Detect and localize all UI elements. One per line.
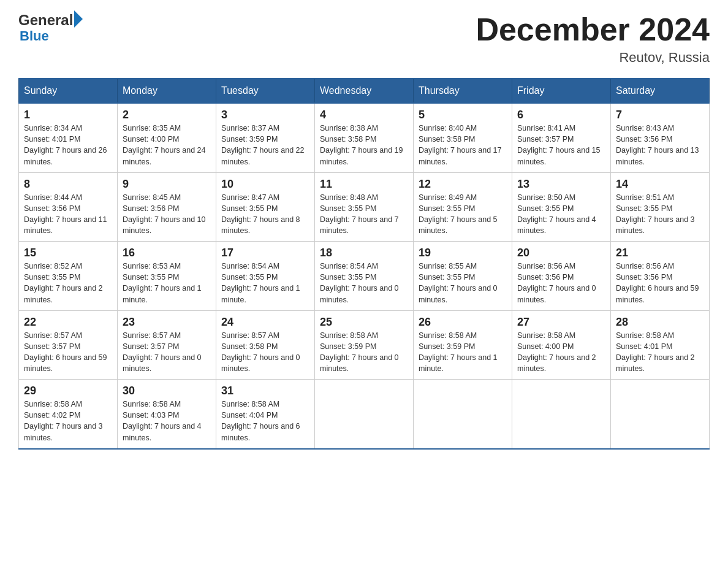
calendar-cell: 25Sunrise: 8:58 AMSunset: 3:59 PMDayligh… [315, 310, 414, 380]
calendar-cell: 10Sunrise: 8:47 AMSunset: 3:55 PMDayligh… [216, 172, 315, 242]
column-header-thursday: Thursday [414, 79, 512, 103]
calendar-cell: 21Sunrise: 8:56 AMSunset: 3:56 PMDayligh… [611, 242, 710, 311]
day-number: 19 [419, 247, 507, 259]
day-info: Sunrise: 8:37 AMSunset: 3:59 PMDaylight:… [221, 124, 305, 166]
calendar-week-row: 1Sunrise: 8:34 AMSunset: 4:01 PMDaylight… [19, 103, 710, 172]
column-header-sunday: Sunday [19, 79, 118, 103]
day-info: Sunrise: 8:38 AMSunset: 3:58 PMDaylight:… [320, 124, 403, 166]
day-number: 22 [24, 316, 112, 329]
day-number: 8 [24, 178, 112, 191]
day-info: Sunrise: 8:35 AMSunset: 4:00 PMDaylight:… [123, 124, 206, 166]
day-info: Sunrise: 8:47 AMSunset: 3:55 PMDaylight:… [221, 193, 300, 235]
day-info: Sunrise: 8:51 AMSunset: 3:55 PMDaylight:… [616, 193, 695, 235]
logo: General Blue [18, 12, 83, 44]
day-info: Sunrise: 8:58 AMSunset: 4:04 PMDaylight:… [221, 400, 300, 442]
day-number: 25 [320, 316, 408, 329]
day-info: Sunrise: 8:58 AMSunset: 4:00 PMDaylight:… [517, 331, 596, 373]
calendar-cell: 4Sunrise: 8:38 AMSunset: 3:58 PMDaylight… [315, 103, 414, 172]
day-info: Sunrise: 8:54 AMSunset: 3:55 PMDaylight:… [320, 262, 399, 304]
calendar-header-row: SundayMondayTuesdayWednesdayThursdayFrid… [19, 79, 710, 103]
day-info: Sunrise: 8:58 AMSunset: 4:02 PMDaylight:… [24, 400, 103, 442]
day-number: 3 [221, 109, 309, 121]
calendar-cell: 7Sunrise: 8:43 AMSunset: 3:56 PMDaylight… [611, 103, 710, 172]
calendar-cell [512, 380, 611, 449]
calendar-cell: 17Sunrise: 8:54 AMSunset: 3:55 PMDayligh… [216, 242, 315, 311]
day-number: 30 [123, 385, 211, 397]
day-number: 9 [123, 178, 211, 191]
day-info: Sunrise: 8:58 AMSunset: 3:59 PMDaylight:… [419, 331, 498, 373]
calendar-cell: 18Sunrise: 8:54 AMSunset: 3:55 PMDayligh… [315, 242, 414, 311]
day-number: 21 [616, 247, 704, 259]
calendar-cell: 29Sunrise: 8:58 AMSunset: 4:02 PMDayligh… [19, 380, 118, 449]
calendar-cell: 28Sunrise: 8:58 AMSunset: 4:01 PMDayligh… [611, 310, 710, 380]
calendar-cell: 5Sunrise: 8:40 AMSunset: 3:58 PMDaylight… [414, 103, 512, 172]
page-header: General Blue December 2024 Reutov, Russi… [18, 12, 710, 66]
calendar-body: 1Sunrise: 8:34 AMSunset: 4:01 PMDaylight… [19, 103, 710, 449]
day-number: 23 [123, 316, 211, 329]
day-info: Sunrise: 8:48 AMSunset: 3:55 PMDaylight:… [320, 193, 399, 235]
calendar-cell: 26Sunrise: 8:58 AMSunset: 3:59 PMDayligh… [414, 310, 512, 380]
day-number: 29 [24, 385, 112, 397]
day-number: 1 [24, 109, 112, 121]
calendar-cell: 12Sunrise: 8:49 AMSunset: 3:55 PMDayligh… [414, 172, 512, 242]
day-info: Sunrise: 8:52 AMSunset: 3:55 PMDaylight:… [24, 262, 103, 304]
calendar-cell: 6Sunrise: 8:41 AMSunset: 3:57 PMDaylight… [512, 103, 611, 172]
logo-triangle-icon [74, 10, 83, 28]
calendar-week-row: 15Sunrise: 8:52 AMSunset: 3:55 PMDayligh… [19, 242, 710, 311]
day-number: 6 [517, 109, 605, 121]
day-number: 11 [320, 178, 408, 191]
calendar-cell: 24Sunrise: 8:57 AMSunset: 3:58 PMDayligh… [216, 310, 315, 380]
calendar-week-row: 8Sunrise: 8:44 AMSunset: 3:56 PMDaylight… [19, 172, 710, 242]
day-number: 24 [221, 316, 309, 329]
title-section: December 2024 Reutov, Russia [476, 12, 710, 66]
day-info: Sunrise: 8:49 AMSunset: 3:55 PMDaylight:… [419, 193, 498, 235]
calendar-cell: 9Sunrise: 8:45 AMSunset: 3:56 PMDaylight… [118, 172, 216, 242]
column-header-saturday: Saturday [611, 79, 710, 103]
calendar-cell: 30Sunrise: 8:58 AMSunset: 4:03 PMDayligh… [118, 380, 216, 449]
calendar-cell: 13Sunrise: 8:50 AMSunset: 3:55 PMDayligh… [512, 172, 611, 242]
day-info: Sunrise: 8:41 AMSunset: 3:57 PMDaylight:… [517, 124, 601, 166]
day-number: 14 [616, 178, 704, 191]
calendar-table: SundayMondayTuesdayWednesdayThursdayFrid… [18, 78, 710, 450]
calendar-cell: 2Sunrise: 8:35 AMSunset: 4:00 PMDaylight… [118, 103, 216, 172]
calendar-cell: 23Sunrise: 8:57 AMSunset: 3:57 PMDayligh… [118, 310, 216, 380]
day-info: Sunrise: 8:58 AMSunset: 4:01 PMDaylight:… [616, 331, 695, 373]
day-info: Sunrise: 8:45 AMSunset: 3:56 PMDaylight:… [123, 193, 206, 235]
logo-text-blue: Blue [20, 28, 83, 44]
calendar-cell: 14Sunrise: 8:51 AMSunset: 3:55 PMDayligh… [611, 172, 710, 242]
day-number: 16 [123, 247, 211, 259]
location: Reutov, Russia [476, 50, 710, 66]
day-info: Sunrise: 8:58 AMSunset: 4:03 PMDaylight:… [123, 400, 202, 442]
calendar-week-row: 22Sunrise: 8:57 AMSunset: 3:57 PMDayligh… [19, 310, 710, 380]
calendar-cell [611, 380, 710, 449]
day-info: Sunrise: 8:57 AMSunset: 3:57 PMDaylight:… [123, 331, 202, 373]
day-info: Sunrise: 8:57 AMSunset: 3:57 PMDaylight:… [24, 331, 107, 373]
day-number: 15 [24, 247, 112, 259]
day-number: 10 [221, 178, 309, 191]
column-header-wednesday: Wednesday [315, 79, 414, 103]
calendar-cell: 8Sunrise: 8:44 AMSunset: 3:56 PMDaylight… [19, 172, 118, 242]
logo-text-general: General [18, 12, 73, 28]
day-info: Sunrise: 8:40 AMSunset: 3:58 PMDaylight:… [419, 124, 502, 166]
column-header-tuesday: Tuesday [216, 79, 315, 103]
day-number: 2 [123, 109, 211, 121]
calendar-cell: 11Sunrise: 8:48 AMSunset: 3:55 PMDayligh… [315, 172, 414, 242]
calendar-cell: 27Sunrise: 8:58 AMSunset: 4:00 PMDayligh… [512, 310, 611, 380]
day-number: 18 [320, 247, 408, 259]
calendar-cell: 19Sunrise: 8:55 AMSunset: 3:55 PMDayligh… [414, 242, 512, 311]
day-number: 7 [616, 109, 704, 121]
day-number: 31 [221, 385, 309, 397]
calendar-cell: 1Sunrise: 8:34 AMSunset: 4:01 PMDaylight… [19, 103, 118, 172]
calendar-cell: 3Sunrise: 8:37 AMSunset: 3:59 PMDaylight… [216, 103, 315, 172]
day-info: Sunrise: 8:57 AMSunset: 3:58 PMDaylight:… [221, 331, 300, 373]
day-info: Sunrise: 8:34 AMSunset: 4:01 PMDaylight:… [24, 124, 107, 166]
day-number: 4 [320, 109, 408, 121]
day-number: 27 [517, 316, 605, 329]
day-number: 26 [419, 316, 507, 329]
day-number: 17 [221, 247, 309, 259]
day-info: Sunrise: 8:55 AMSunset: 3:55 PMDaylight:… [419, 262, 498, 304]
month-title: December 2024 [476, 12, 710, 47]
calendar-cell: 16Sunrise: 8:53 AMSunset: 3:55 PMDayligh… [118, 242, 216, 311]
day-info: Sunrise: 8:56 AMSunset: 3:56 PMDaylight:… [616, 262, 699, 304]
day-info: Sunrise: 8:43 AMSunset: 3:56 PMDaylight:… [616, 124, 699, 166]
